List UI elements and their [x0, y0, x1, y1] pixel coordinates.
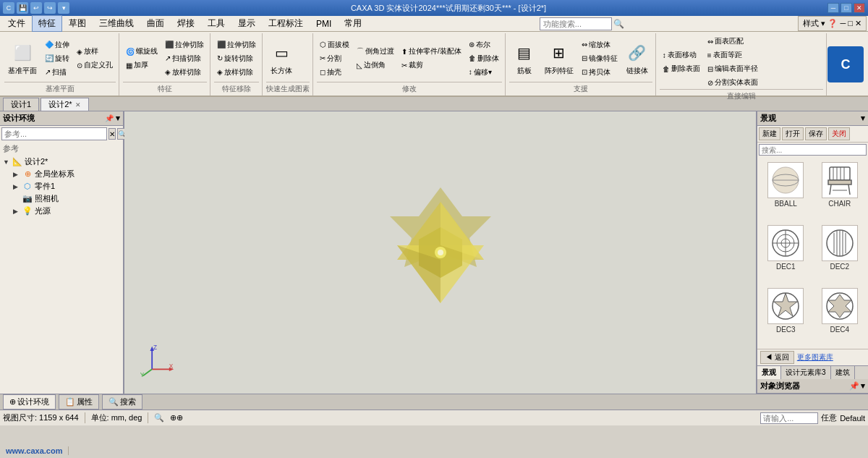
scene-item-dec4[interactable]: DEC4: [814, 286, 866, 346]
doc-tab-design1[interactable]: 设计1: [3, 98, 39, 111]
scene-search-input[interactable]: [759, 144, 867, 156]
scene-more-lib[interactable]: 更多图素库: [797, 352, 833, 362]
scene-item-chair[interactable]: CHAIR: [814, 160, 866, 220]
mirror-feature-button[interactable]: ⊟ 镜像特征: [579, 52, 621, 65]
chamfer-button[interactable]: ◺ 边倒角: [354, 59, 397, 72]
loft-cut2-button[interactable]: ◈ 放样切除: [214, 66, 259, 79]
tree-item-light[interactable]: ▶ 💡 光源: [0, 205, 123, 217]
scale-button[interactable]: ⇔ 缩放体: [579, 38, 621, 51]
split-solid-button[interactable]: ⊘ 分割实体表面: [705, 76, 761, 89]
quick-access-save[interactable]: 💾: [17, 2, 28, 14]
face-move-button[interactable]: ↕ 表面移动: [660, 48, 703, 62]
scene-save-button[interactable]: 保存: [805, 127, 827, 140]
ribbon-group-feature-buttons: 🌀 螺旋线 ▦ 加厚 ⬛ 拉伸切除 ↗ 扫描切除: [123, 35, 207, 82]
group-title-support: 支援: [509, 82, 652, 94]
fillet-button[interactable]: ⌒ 倒角过渡: [354, 45, 397, 58]
custom-hole-button[interactable]: ⊙ 自定义孔: [74, 59, 116, 72]
copy-body-button[interactable]: ⊡ 拷贝体: [579, 66, 621, 79]
shell-button[interactable]: ◻ 抽壳: [317, 66, 352, 79]
menu-3dcurve[interactable]: 三维曲线: [93, 15, 140, 32]
scene-tab-design-elem[interactable]: 设计元素库3: [781, 366, 831, 379]
thicken-button[interactable]: ▦ 加厚: [123, 59, 161, 72]
quick-access-undo[interactable]: ↩: [30, 2, 42, 14]
loft-cut2-icon: ◈: [217, 68, 223, 76]
loft-button[interactable]: ◈ 放样: [74, 45, 116, 58]
menu-engmark[interactable]: 工程标注: [262, 15, 310, 32]
status-input[interactable]: [760, 412, 818, 424]
menu-feature[interactable]: 特征: [32, 15, 62, 32]
link-body-button[interactable]: 🔗 链接体: [622, 38, 652, 80]
edit-radius-button[interactable]: ⊟ 编辑表面半径: [705, 62, 761, 75]
left-panel-pin-button[interactable]: 📌: [104, 114, 114, 124]
scene-close-button[interactable]: 关闭: [828, 127, 850, 140]
minimize-button[interactable]: ─: [827, 3, 839, 13]
loft-cut-button[interactable]: ◈ 放样切除: [162, 66, 207, 79]
bur-button[interactable]: ⊛ 布尔: [466, 38, 502, 51]
face-equal-button[interactable]: ≡ 表面等距: [705, 48, 761, 62]
extrude-button[interactable]: 🔷 拉伸: [42, 38, 72, 51]
menu-pmi[interactable]: PMI: [310, 17, 338, 31]
base-plane-button[interactable]: ⬜ 基准平面: [4, 38, 41, 80]
tree-item-part1[interactable]: ▶ ⬡ 零件1: [0, 180, 123, 192]
scene-item-bball[interactable]: BBALL: [760, 160, 812, 220]
array-feature-button[interactable]: ⊞ 阵列特征: [541, 38, 577, 80]
bottom-tab-properties[interactable]: 📋 属性: [59, 394, 99, 410]
menu-display[interactable]: 显示: [231, 15, 262, 32]
scene-open-button[interactable]: 打开: [782, 127, 804, 140]
rectangle-button[interactable]: ▭ 长方体: [266, 38, 297, 80]
delete-surface-button[interactable]: 🗑 删除表面: [660, 62, 703, 75]
scene-tab-build[interactable]: 建筑: [831, 366, 855, 379]
scan-cut-button[interactable]: ↗ 扫描切除: [162, 52, 207, 65]
restore-button[interactable]: □: [841, 3, 852, 13]
close-button[interactable]: ✕: [854, 3, 865, 13]
scene-back-button[interactable]: ◀ 返回: [760, 351, 794, 364]
rotate-remove-button[interactable]: ↻ 旋转切除: [214, 52, 259, 65]
delete-body-button[interactable]: 🗑 删除体: [466, 52, 502, 65]
pull-cut2-button[interactable]: ⬛ 拉伸切除: [214, 38, 259, 51]
left-panel-search-input[interactable]: [1, 127, 107, 140]
scene-item-dec1[interactable]: DEC1: [760, 223, 812, 283]
scene-item-dec2[interactable]: DEC2: [814, 223, 866, 283]
rectangle-icon: ▭: [270, 41, 293, 64]
viewport[interactable]: Z X Y: [124, 111, 756, 394]
app-menu-button[interactable]: 文件: [1, 15, 32, 32]
sweep-button[interactable]: ↗ 扫描: [42, 66, 72, 79]
dec1-preview: [767, 225, 804, 261]
doc-tab-close-icon[interactable]: ✕: [75, 101, 81, 109]
menubar-search-box: 🔍: [540, 17, 624, 30]
menu-surface[interactable]: 曲面: [140, 15, 171, 32]
left-panel-section: 参考: [0, 142, 123, 156]
pull-cut-button[interactable]: ⬛ 拉伸切除: [162, 38, 207, 51]
tree-item-coord[interactable]: ▶ ⊕ 全局坐标系: [0, 168, 123, 180]
style-button[interactable]: 样式 ▾ ❓ ─ □ ✕: [798, 16, 867, 31]
scene-new-button[interactable]: 新建: [759, 127, 780, 140]
scene-tab-scene[interactable]: 景观: [757, 366, 781, 379]
rotate-button[interactable]: 🔄 旋转: [42, 52, 72, 65]
offset-button[interactable]: ↕ 偏移▾: [466, 66, 502, 79]
bottom-tab-search[interactable]: 🔍 搜索: [102, 394, 142, 410]
menu-search-input[interactable]: [540, 17, 612, 30]
face-mold-button[interactable]: ⬡ 面拔模: [317, 38, 352, 51]
helix-button[interactable]: 🌀 螺旋线: [123, 45, 161, 58]
delete-body-icon: 🗑: [469, 54, 476, 62]
obj-browser-dropdown-icon: ▾: [861, 381, 865, 391]
scene-item-dec3[interactable]: DEC3: [760, 286, 812, 346]
menu-weld[interactable]: 焊接: [171, 15, 201, 32]
face-match-button[interactable]: ⇔ 面表匹配: [705, 35, 761, 48]
doc-tab-design2[interactable]: 设计2* ✕: [41, 98, 88, 111]
left-panel-clear-button[interactable]: ✕: [109, 128, 116, 140]
trim-button[interactable]: ✂ 裁剪: [399, 59, 464, 72]
bottom-tab-design-env[interactable]: ⊕ 设计环境: [3, 394, 56, 410]
menu-sketch[interactable]: 草图: [62, 15, 93, 32]
quick-access-more[interactable]: ▾: [58, 2, 69, 14]
rib-button[interactable]: ▤ 筋板: [509, 38, 540, 80]
statusbar: www.caxa.com 视图尺寸: 1159 x 644 单位: mm, de…: [0, 410, 868, 425]
split-button[interactable]: ✂ 分割: [317, 52, 352, 65]
quick-access-redo[interactable]: ↪: [44, 2, 56, 14]
chamfer-icon: ◺: [357, 62, 362, 69]
tree-item-design2[interactable]: ▼ 📐 设计2*: [0, 156, 123, 168]
pull-part-button[interactable]: ⬆ 拉伸零件/装配体: [399, 45, 464, 58]
menu-tools[interactable]: 工具: [201, 15, 231, 32]
menu-common[interactable]: 常用: [338, 15, 368, 32]
tree-item-camera[interactable]: 📷 照相机: [0, 192, 123, 205]
